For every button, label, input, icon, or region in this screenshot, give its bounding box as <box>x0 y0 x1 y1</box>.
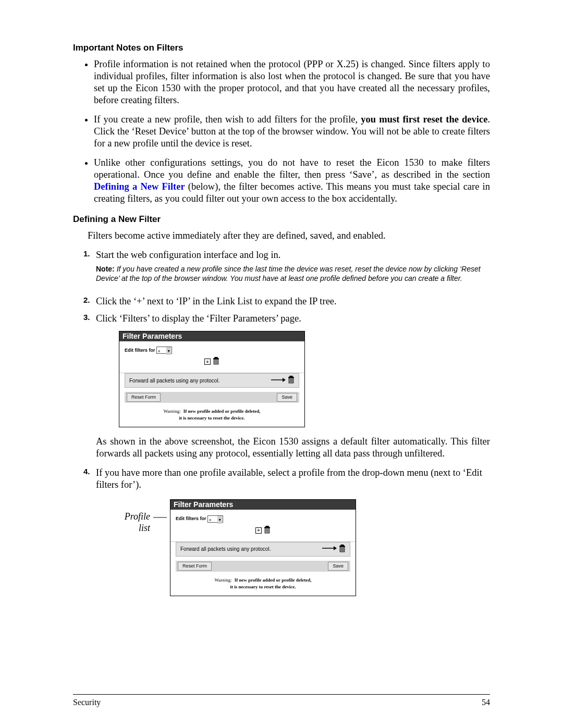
warning-text: Warning: If new profile added or profile… <box>170 575 356 596</box>
panel-title: Filter Parameters <box>170 500 356 510</box>
step-num-1: 1. <box>83 249 96 290</box>
page-footer: Security 54 <box>73 694 490 707</box>
profile-select-value: x <box>208 517 211 522</box>
warning-text: Warning: If new profile added or profile… <box>119 406 304 427</box>
svg-rect-23 <box>340 545 344 546</box>
reset-form-button[interactable]: Reset Form <box>178 562 212 571</box>
trash-icon[interactable] <box>264 526 271 535</box>
heading-defining: Defining a New Filter <box>73 214 490 225</box>
bullet-2-pre: If you create a new profile, then wish t… <box>94 114 361 125</box>
svg-marker-7 <box>283 378 286 382</box>
step-1-note: Note: If you have created a new profile … <box>96 264 490 283</box>
step-3-text: Click ‘Filters’ to display the ‘Filter P… <box>96 313 490 325</box>
profile-select-value: x <box>157 349 160 353</box>
default-rule-row: Forward all packets using any protocol. <box>176 542 350 557</box>
save-button[interactable]: Save <box>328 562 348 571</box>
step-3: 3. Click ‘Filters’ to display the ‘Filte… <box>73 313 490 462</box>
expand-icon[interactable]: + <box>255 527 262 534</box>
note-text: If you have created a new profile since … <box>96 265 481 282</box>
step-num-4: 4. <box>83 467 96 596</box>
bullet-2: If you create a new profile, then wish t… <box>94 114 490 150</box>
step-2: 2. Click the ‘+’ next to ‘IP’ in the Lin… <box>73 295 490 307</box>
bullet-3: Unlike other configurations settings, yo… <box>94 157 490 205</box>
rule-text: Forward all packets using any protocol. <box>180 546 320 552</box>
note-label: Note: <box>96 265 115 273</box>
svg-rect-8 <box>289 376 292 377</box>
reset-form-button[interactable]: Reset Form <box>127 393 161 402</box>
defining-intro: Filters become active immediately after … <box>73 230 490 242</box>
bullets: Profile information is not retained when… <box>73 58 490 205</box>
profile-list-caption: Profile list <box>119 493 150 534</box>
forward-arrow-icon <box>320 546 339 552</box>
bullet-2-bold: you must first reset the device <box>361 114 487 125</box>
step-4-text: If you have more than one profile availa… <box>96 467 490 491</box>
rule-text: Forward all packets using any protocol. <box>129 377 269 384</box>
panel-title: Filter Parameters <box>119 331 304 341</box>
callout-line <box>153 493 167 520</box>
default-rule-row: Forward all packets using any protocol. <box>125 373 299 388</box>
edit-filters-label: Edit filters for <box>125 348 155 353</box>
step-2-text: Click the ‘+’ next to ‘IP’ in the Link L… <box>96 295 490 307</box>
filter-params-panel-1: Filter Parameters Edit filters for x + F… <box>119 331 305 427</box>
filter-params-panel-2: Filter Parameters Edit filters for x + F… <box>170 499 356 596</box>
step-4: 4. If you have more than one profile ava… <box>73 467 490 596</box>
trash-icon[interactable] <box>339 545 346 554</box>
trash-icon[interactable] <box>288 376 295 385</box>
svg-rect-15 <box>265 526 268 527</box>
bullet-1: Profile information is not retained when… <box>94 58 490 106</box>
heading-notes: Important Notes on Filters <box>73 43 490 53</box>
svg-marker-22 <box>334 546 337 550</box>
forward-arrow-icon <box>269 377 288 384</box>
bullet-3-pre: Unlike other configurations settings, yo… <box>94 157 490 180</box>
warning-label: Warning: <box>214 577 231 583</box>
warning-label: Warning: <box>163 409 180 414</box>
trash-icon[interactable] <box>213 357 219 366</box>
step-1-text: Start the web configuration interface an… <box>96 249 490 261</box>
footer-section: Security <box>73 698 101 707</box>
step-num-3: 3. <box>83 313 96 462</box>
footer-page: 54 <box>482 698 490 707</box>
step-1: 1. Start the web configuration interface… <box>73 249 490 290</box>
edit-filters-label: Edit filters for <box>176 516 206 521</box>
profile-select[interactable]: x <box>207 515 223 523</box>
svg-rect-0 <box>214 357 217 358</box>
step-3-after: As shown in the above screenshot, the Ei… <box>96 436 490 460</box>
step-num-2: 2. <box>83 295 96 307</box>
profile-select[interactable]: x <box>156 347 172 354</box>
link-defining[interactable]: Defining a New Filter <box>94 181 185 192</box>
expand-icon[interactable]: + <box>204 359 211 365</box>
save-button[interactable]: Save <box>277 393 297 402</box>
